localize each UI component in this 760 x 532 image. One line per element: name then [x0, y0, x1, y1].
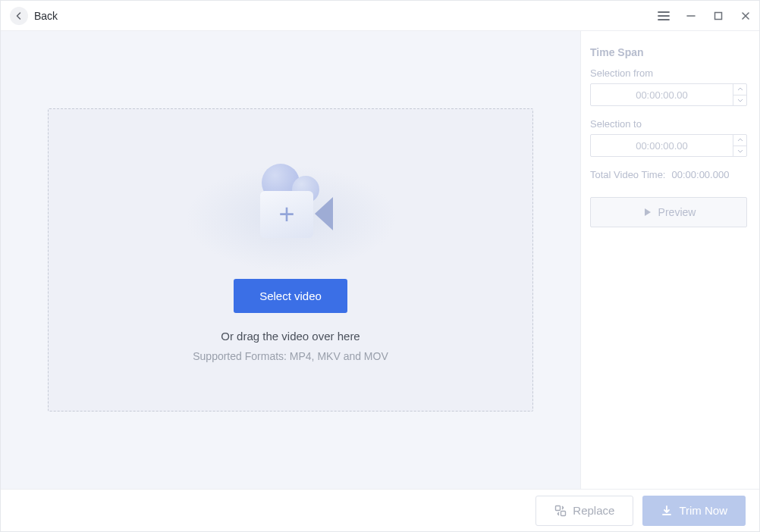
replace-label: Replace: [573, 504, 614, 517]
from-decrement-icon[interactable]: [733, 95, 746, 106]
svg-rect-2: [561, 511, 566, 515]
selection-to-spinner: [733, 135, 746, 156]
titlebar: Back: [1, 1, 759, 31]
main-area: + Select video Or drag the video over he…: [1, 31, 580, 489]
svg-rect-1: [556, 505, 561, 510]
content: + Select video Or drag the video over he…: [1, 31, 759, 489]
back-label: Back: [34, 10, 58, 22]
preview-button[interactable]: Preview: [590, 197, 747, 227]
sidebar: Time Span Selection from Selection to To…: [580, 31, 759, 489]
window-controls: [656, 8, 753, 23]
hamburger-menu-icon[interactable]: [656, 8, 671, 23]
trim-now-button[interactable]: Trim Now: [642, 496, 746, 526]
svg-rect-0: [715, 12, 722, 19]
selection-from-label: Selection from: [590, 67, 747, 79]
minimize-icon[interactable]: [683, 8, 699, 23]
close-icon[interactable]: [738, 8, 753, 23]
total-time-label: Total Video Time:: [590, 169, 665, 180]
video-dropzone[interactable]: + Select video Or drag the video over he…: [48, 108, 533, 412]
selection-to-field: [590, 134, 747, 157]
plus-icon: +: [278, 201, 294, 228]
footer: Replace Trim Now: [1, 489, 759, 531]
from-increment-icon[interactable]: [733, 84, 746, 95]
download-icon: [661, 505, 673, 517]
back-button[interactable]: Back: [10, 7, 58, 25]
total-time-row: Total Video Time: 00:00:00.000: [590, 169, 747, 180]
trim-label: Trim Now: [679, 504, 727, 517]
total-time-value: 00:00:00.000: [671, 169, 729, 180]
play-icon: [642, 207, 652, 217]
selection-to-input[interactable]: [591, 135, 733, 156]
drag-instruction: Or drag the video over here: [221, 330, 360, 343]
to-decrement-icon[interactable]: [733, 146, 746, 157]
selection-from-spinner: [733, 84, 746, 105]
video-placeholder-illustration: +: [215, 158, 366, 264]
replace-icon: [554, 505, 567, 517]
selection-to-label: Selection to: [590, 118, 747, 130]
selection-from-input[interactable]: [591, 84, 733, 105]
preview-label: Preview: [658, 206, 696, 218]
select-video-button[interactable]: Select video: [234, 279, 347, 313]
maximize-icon[interactable]: [711, 8, 726, 23]
selection-from-field: [590, 83, 747, 106]
back-arrow-icon: [10, 7, 28, 25]
timespan-title: Time Span: [590, 46, 747, 58]
replace-button[interactable]: Replace: [535, 496, 633, 526]
to-increment-icon[interactable]: [733, 135, 746, 146]
supported-formats: Supported Formats: MP4, MKV and MOV: [193, 350, 388, 362]
